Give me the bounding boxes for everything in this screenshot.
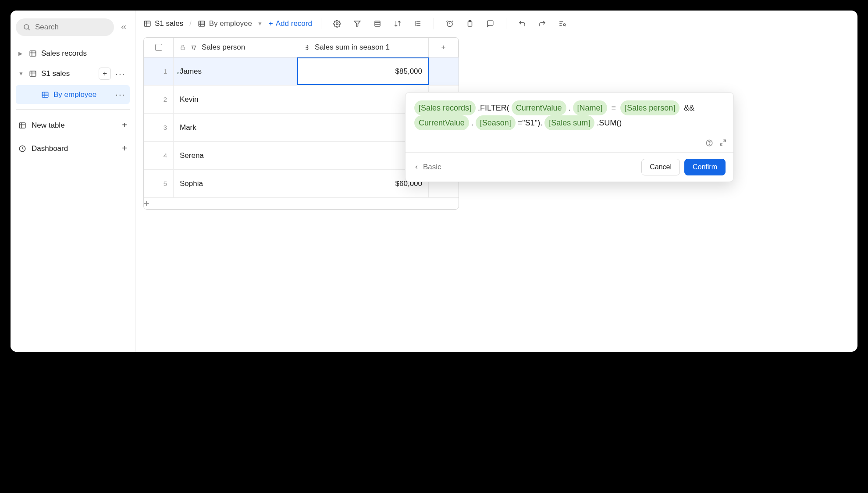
formula-token: CurrentValue: [512, 100, 566, 115]
add-row-footer[interactable]: +: [144, 198, 459, 209]
sidebar-view-by-employee[interactable]: By employee ···: [16, 85, 130, 104]
row-index[interactable]: 3: [144, 114, 174, 141]
formula-token: [Sales records]: [414, 100, 476, 115]
dashboard-button[interactable]: Dashboard +: [16, 138, 130, 159]
select-all-header[interactable]: [144, 38, 174, 57]
row-index[interactable]: 4: [144, 142, 174, 169]
toolbar-separator: [506, 18, 506, 29]
filter-button[interactable]: [350, 17, 364, 31]
formula-token: CurrentValue: [414, 115, 469, 130]
formula-text: .FILTER(: [478, 104, 509, 112]
formula-text: &&: [684, 104, 694, 112]
collapse-sidebar-button[interactable]: [117, 21, 130, 33]
row-index[interactable]: 2: [144, 86, 174, 113]
caret-down-icon: ▼: [18, 71, 25, 77]
svg-line-1: [28, 29, 29, 30]
row-number: 4: [164, 152, 167, 159]
cell-sales-person[interactable]: James: [174, 57, 297, 85]
add-view-button[interactable]: +: [99, 68, 111, 80]
breadcrumb-view[interactable]: By employee ▼: [198, 19, 263, 28]
search-records-button[interactable]: [555, 17, 569, 31]
formula-editor-popover: [Sales records] .FILTER( CurrentValue . …: [405, 92, 734, 182]
svg-line-34: [452, 21, 453, 21]
toolbar-separator: [434, 18, 434, 29]
plus-icon: +: [122, 120, 127, 130]
expand-icon: [177, 68, 183, 75]
cancel-button[interactable]: Cancel: [641, 159, 680, 175]
confirm-button[interactable]: Confirm: [684, 159, 726, 175]
cell-sales-person[interactable]: Kevin: [174, 86, 297, 113]
toolbar: S1 sales / By employee ▼ + Add record: [135, 11, 857, 37]
undo-button[interactable]: [515, 17, 529, 31]
table-row[interactable]: 1 James $85,000: [144, 57, 459, 86]
row-height-button[interactable]: [411, 17, 425, 31]
sidebar-item-sales-records[interactable]: ▶ Sales records: [16, 45, 130, 62]
cell-empty: [429, 57, 459, 85]
sidebar: Search ▶ Sales records ▼ S1 sales + ···: [11, 11, 135, 352]
view-more-button[interactable]: ···: [114, 89, 127, 100]
search-input[interactable]: Search: [16, 18, 114, 36]
cell-value: Kevin: [180, 95, 199, 104]
formula-token: [Season]: [476, 115, 516, 130]
table-more-button[interactable]: ···: [114, 69, 127, 79]
sort-button[interactable]: [391, 17, 405, 31]
formula-expand-button[interactable]: [719, 139, 726, 147]
new-table-button[interactable]: New table +: [16, 115, 130, 136]
add-column-button[interactable]: +: [429, 38, 459, 57]
plus-icon: +: [269, 19, 273, 28]
chevron-left-icon: [413, 164, 420, 170]
toolbar-separator: [321, 18, 321, 29]
group-button[interactable]: [370, 17, 384, 31]
svg-line-41: [565, 26, 566, 27]
add-record-button[interactable]: + Add record: [269, 19, 312, 28]
expand-row-button[interactable]: [177, 68, 183, 75]
formula-help-button[interactable]: [705, 139, 713, 147]
breadcrumb-separator: /: [189, 20, 191, 28]
checkbox-icon: [155, 44, 162, 51]
formula-text: .SUM(): [597, 118, 622, 127]
text-field-icon: [190, 44, 197, 51]
formula-text: ="S1").: [518, 118, 542, 127]
svg-rect-16: [144, 21, 150, 26]
comment-button[interactable]: [483, 17, 497, 31]
cell-value: $85,000: [395, 67, 422, 76]
search-placeholder: Search: [35, 23, 59, 32]
column-header-sales-person[interactable]: Sales person: [174, 38, 297, 57]
search-list-icon: [559, 20, 566, 28]
group-icon: [374, 20, 381, 28]
formula-input[interactable]: [Sales records] .FILTER( CurrentValue . …: [406, 93, 733, 136]
svg-point-0: [24, 25, 29, 29]
undo-icon: [518, 20, 526, 28]
formula-text: .: [569, 104, 571, 112]
cell-value: James: [180, 67, 202, 76]
formula-text: =: [612, 104, 616, 112]
cell-sales-person[interactable]: Serena: [174, 142, 297, 169]
clipboard-icon: [466, 20, 474, 28]
sidebar-view-label: By employee: [53, 90, 96, 99]
row-number: 5: [164, 180, 167, 187]
reminder-button[interactable]: [443, 17, 457, 31]
column-header-sales-sum[interactable]: Sales sum in season 1: [297, 38, 429, 57]
cell-sales-person[interactable]: Sophia: [174, 170, 297, 197]
svg-rect-2: [30, 51, 36, 56]
settings-button[interactable]: [330, 17, 344, 31]
redo-button[interactable]: [535, 17, 549, 31]
svg-line-43: [180, 69, 182, 71]
cell-sales-person[interactable]: Mark: [174, 114, 297, 141]
breadcrumb-table[interactable]: S1 sales: [143, 19, 183, 28]
cell-sales-sum[interactable]: $85,000: [297, 57, 429, 85]
back-to-basic-button[interactable]: Basic: [413, 163, 441, 171]
row-index[interactable]: 5: [144, 170, 174, 197]
row-number: 3: [164, 124, 167, 131]
svg-rect-42: [181, 47, 185, 50]
row-index[interactable]: 1: [144, 57, 174, 85]
svg-rect-25: [375, 21, 380, 26]
svg-line-48: [720, 143, 722, 145]
clipboard-button[interactable]: [463, 17, 477, 31]
comment-icon: [486, 20, 494, 28]
sidebar-item-s1-sales[interactable]: ▼ S1 sales + ···: [16, 63, 130, 84]
formula-token: [Sales person]: [620, 100, 679, 115]
row-number: 1: [164, 68, 167, 75]
add-row-button[interactable]: +: [144, 198, 174, 209]
sidebar-item-label: Sales records: [41, 49, 87, 58]
